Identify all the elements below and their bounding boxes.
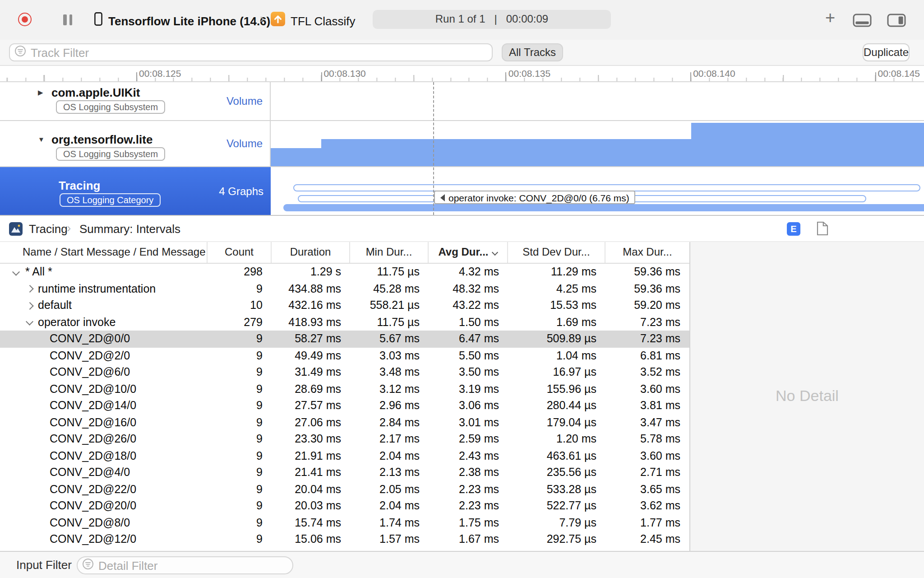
disclosure-chevron-icon[interactable] bbox=[26, 318, 33, 325]
detail-filter-input[interactable]: Detail Filter bbox=[77, 556, 293, 574]
toggle-right-pane-button[interactable] bbox=[887, 14, 906, 31]
interval-tooltip: operator invoke: CONV_2D@0/0 (6.76 ms) bbox=[434, 191, 636, 204]
row-duration: 434.88 ms bbox=[272, 280, 350, 297]
row-max: 6.81 ms bbox=[605, 347, 689, 364]
row-max: 59.20 ms bbox=[605, 297, 689, 314]
pause-button[interactable] bbox=[63, 14, 72, 25]
device-name: Tensorflow Lite iPhone (14.6) bbox=[108, 14, 270, 28]
column-header-avg[interactable]: Avg Dur... bbox=[429, 242, 508, 263]
toggle-bottom-pane-button[interactable] bbox=[853, 14, 872, 31]
track-filter-input[interactable]: Track Filter bbox=[9, 43, 493, 61]
table-row[interactable]: operator invoke279418.93 ms11.75 µs1.50 … bbox=[0, 314, 689, 331]
row-std: 235.56 µs bbox=[508, 464, 605, 481]
row-max: 7.23 ms bbox=[605, 331, 689, 347]
row-count: 9 bbox=[208, 381, 272, 397]
tfl-app-icon bbox=[271, 12, 285, 30]
disclosure-triangle-expanded-icon[interactable]: ▼ bbox=[38, 135, 45, 144]
track-row-uikit[interactable]: ▶ com.apple.UIKit OS Logging Subsystem V… bbox=[0, 82, 924, 121]
row-count: 9 bbox=[208, 397, 272, 414]
chevron-right-icon: › bbox=[260, 11, 264, 25]
row-max: 3.60 ms bbox=[605, 381, 689, 397]
bottom-filter-bar: Input Filter Detail Filter bbox=[0, 551, 924, 578]
track-header[interactable]: Tracing OS Logging Category 4 Graphs bbox=[0, 167, 271, 215]
breadcrumb-page[interactable]: Summary: Intervals bbox=[79, 222, 180, 236]
track-row-tensorflow[interactable]: ▼ org.tensorflow.lite OS Logging Subsyst… bbox=[0, 121, 924, 167]
sort-chevron-icon bbox=[492, 249, 498, 255]
record-button[interactable] bbox=[18, 13, 32, 26]
e-badge-icon[interactable]: E bbox=[787, 222, 800, 236]
row-std: 155.96 µs bbox=[508, 381, 605, 397]
track-name: Tracing bbox=[59, 179, 101, 192]
table-row[interactable]: * All *2981.29 s11.75 µs4.32 ms11.29 ms5… bbox=[0, 264, 689, 280]
target-selector[interactable]: Tensorflow Lite iPhone (14.6) bbox=[94, 12, 270, 30]
row-name: operator invoke bbox=[38, 316, 116, 328]
column-header-min[interactable]: Min Dur... bbox=[350, 242, 429, 263]
disclosure-chevron-icon[interactable] bbox=[26, 302, 33, 309]
row-std: 509.89 µs bbox=[508, 331, 605, 347]
tracing-graph-area[interactable]: operator invoke: CONV_2D@0/0 (6.76 ms) bbox=[271, 167, 924, 215]
table-row[interactable]: CONV_2D@26/0923.30 ms2.17 ms2.59 ms1.20 … bbox=[0, 431, 689, 447]
volume-graph-segment bbox=[271, 148, 321, 166]
row-name: CONV_2D@6/0 bbox=[50, 366, 130, 378]
table-row[interactable]: CONV_2D@14/0927.57 ms2.96 ms3.06 ms280.4… bbox=[0, 397, 689, 414]
table-row[interactable]: runtime instrumentation9434.88 ms45.28 m… bbox=[0, 280, 689, 297]
disclosure-chevron-icon[interactable] bbox=[26, 285, 33, 293]
chevron-right-icon: › bbox=[67, 220, 71, 235]
breadcrumb-root[interactable]: Tracing bbox=[29, 222, 68, 236]
disclosure-triangle-collapsed-icon[interactable]: ▶ bbox=[38, 89, 43, 97]
column-header-duration[interactable]: Duration bbox=[272, 242, 350, 263]
track-row-tracing-selected[interactable]: Tracing OS Logging Category 4 Graphs ope… bbox=[0, 167, 924, 215]
row-min: 2.96 ms bbox=[350, 397, 429, 414]
volume-graph-area[interactable] bbox=[271, 121, 924, 166]
row-count: 9 bbox=[208, 364, 272, 381]
row-std: 7.79 µs bbox=[508, 514, 605, 531]
table-row[interactable]: default10432.16 ms558.21 µs43.22 ms15.53… bbox=[0, 297, 689, 314]
table-row[interactable]: CONV_2D@12/0915.06 ms1.57 ms1.67 ms292.7… bbox=[0, 531, 689, 548]
track-header[interactable]: ▶ com.apple.UIKit OS Logging Subsystem V… bbox=[0, 82, 271, 120]
table-row[interactable]: CONV_2D@6/0931.49 ms3.48 ms3.50 ms16.97 … bbox=[0, 364, 689, 381]
timeline-ruler[interactable]: 00:08.12500:08.13000:08.13500:08.14000:0… bbox=[0, 66, 924, 82]
row-name: CONV_2D@18/0 bbox=[50, 449, 136, 462]
ruler-time-label: 00:08.135 bbox=[508, 68, 550, 79]
row-count: 9 bbox=[208, 481, 272, 498]
track-badge: OS Logging Category bbox=[60, 193, 161, 207]
add-instrument-button[interactable]: + bbox=[819, 8, 841, 28]
table-row[interactable]: CONV_2D@4/0921.41 ms2.13 ms2.38 ms235.56… bbox=[0, 464, 689, 481]
disclosure-chevron-icon[interactable] bbox=[13, 268, 20, 275]
app-selector[interactable]: TFL Classify bbox=[271, 12, 356, 30]
uikit-graph-area[interactable] bbox=[271, 82, 924, 120]
track-filter-bar: Track Filter All Tracks Duplicate bbox=[0, 40, 924, 66]
row-max: 3.62 ms bbox=[605, 498, 689, 514]
column-header-name[interactable]: Name / Start Message / End Message bbox=[0, 242, 208, 263]
interval-capsule[interactable] bbox=[283, 204, 924, 211]
track-filter-placeholder: Track Filter bbox=[31, 46, 89, 59]
duplicate-button[interactable]: Duplicate bbox=[863, 43, 910, 61]
column-header-stddev[interactable]: Std Dev Dur... bbox=[508, 242, 605, 263]
table-row[interactable]: CONV_2D@0/0958.27 ms5.67 ms6.47 ms509.89… bbox=[0, 331, 689, 347]
row-name: CONV_2D@16/0 bbox=[50, 416, 136, 429]
row-name: CONV_2D@20/0 bbox=[50, 499, 136, 512]
document-icon[interactable] bbox=[817, 221, 828, 239]
table-row[interactable]: CONV_2D@16/0927.06 ms2.84 ms3.01 ms179.0… bbox=[0, 414, 689, 431]
table-row[interactable]: CONV_2D@2/0949.49 ms3.03 ms5.50 ms1.04 m… bbox=[0, 347, 689, 364]
row-duration: 58.27 ms bbox=[272, 331, 350, 347]
detail-filter-placeholder: Detail Filter bbox=[98, 559, 158, 572]
table-row[interactable]: CONV_2D@18/0921.91 ms2.04 ms2.43 ms463.6… bbox=[0, 447, 689, 464]
table-row[interactable]: CONV_2D@8/0915.74 ms1.74 ms1.75 ms7.79 µ… bbox=[0, 514, 689, 531]
track-header[interactable]: ▼ org.tensorflow.lite OS Logging Subsyst… bbox=[0, 121, 271, 166]
column-header-max[interactable]: Max Dur... bbox=[605, 242, 689, 263]
row-min: 2.04 ms bbox=[350, 498, 429, 514]
row-std: 522.77 µs bbox=[508, 498, 605, 514]
track-meta-label: 4 Graphs bbox=[219, 185, 263, 197]
table-row[interactable]: CONV_2D@20/0920.03 ms2.04 ms2.23 ms522.7… bbox=[0, 498, 689, 514]
row-duration: 27.57 ms bbox=[272, 397, 350, 414]
detail-pane: Name / Start Message / End Message Count… bbox=[0, 242, 924, 551]
column-header-count[interactable]: Count bbox=[208, 242, 272, 263]
table-row[interactable]: CONV_2D@10/0928.69 ms3.12 ms3.19 ms155.9… bbox=[0, 381, 689, 397]
detail-breadcrumb-bar: Tracing › Summary: Intervals E bbox=[0, 215, 924, 242]
all-tracks-button[interactable]: All Tracks bbox=[502, 43, 563, 61]
row-min: 3.48 ms bbox=[350, 364, 429, 381]
table-row[interactable]: CONV_2D@22/0920.04 ms2.05 ms2.23 ms533.2… bbox=[0, 481, 689, 498]
iphone-icon bbox=[94, 12, 103, 30]
row-avg: 48.32 ms bbox=[429, 280, 508, 297]
